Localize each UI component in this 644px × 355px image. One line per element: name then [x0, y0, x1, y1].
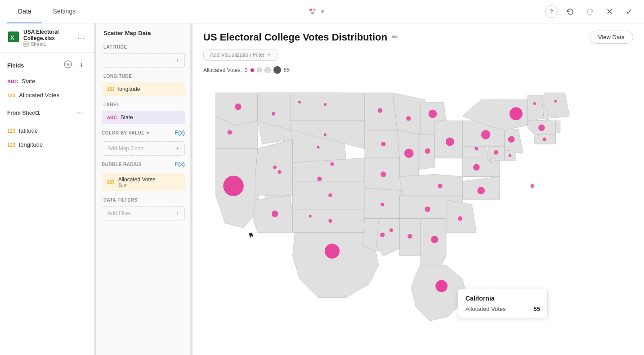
- dot-southcarolina[interactable]: [458, 216, 462, 221]
- dot-iowa[interactable]: [381, 142, 385, 146]
- redo-button[interactable]: [583, 4, 597, 19]
- color-by-dropdown[interactable]: ▾: [147, 130, 149, 135]
- dot-indiana[interactable]: [425, 148, 430, 153]
- dot-wisconsin[interactable]: [406, 116, 411, 121]
- dot-missouri[interactable]: [380, 171, 386, 177]
- dot-alabama[interactable]: [407, 234, 412, 238]
- tab-group: Data Settings: [7, 0, 86, 23]
- dot-newmexico[interactable]: [309, 215, 312, 217]
- dot-delaware[interactable]: [509, 154, 511, 157]
- svg-point-2: [311, 12, 314, 14]
- dot-connecticut[interactable]: [542, 138, 546, 141]
- field-state[interactable]: ABC State: [0, 74, 94, 88]
- dot-colorado[interactable]: [317, 177, 322, 181]
- confirm-button[interactable]: ✓: [622, 4, 637, 19]
- legend-dot-1: [250, 68, 254, 72]
- label-pill[interactable]: ABC State: [102, 111, 185, 124]
- legend-max-value: 55: [284, 67, 290, 73]
- color-by-row: COLOR BY VALUE ▾ F(x): [96, 126, 190, 139]
- config-panel-title: Scatter Map Data: [96, 23, 190, 40]
- dot-newyork[interactable]: [510, 107, 523, 120]
- dot-texas[interactable]: [325, 244, 340, 259]
- add-field-button[interactable]: +: [76, 60, 87, 71]
- dot-louisiana[interactable]: [380, 233, 385, 237]
- dot-kentucky[interactable]: [438, 184, 442, 188]
- dot-arkansas[interactable]: [380, 202, 384, 206]
- dot-oklahoma[interactable]: [328, 219, 332, 223]
- section-label-header: LABEL: [96, 98, 190, 109]
- add-filter-pill[interactable]: Add Filter +: [102, 206, 185, 220]
- dot-washington[interactable]: [235, 103, 241, 110]
- dot-kansas[interactable]: [328, 193, 332, 197]
- dot-wyoming[interactable]: [317, 146, 319, 148]
- dot-southdakota[interactable]: [324, 133, 326, 136]
- dot-maine[interactable]: [554, 100, 557, 103]
- main-layout: X USA Electoral College.xlsx Sheet1 ⋯ Fi…: [0, 23, 644, 355]
- svg-marker-24: [293, 158, 367, 184]
- add-latitude-button[interactable]: +: [102, 53, 185, 67]
- field-longitude[interactable]: 123 longitude: [0, 138, 94, 152]
- dot-oregon[interactable]: [228, 130, 232, 135]
- dot-massachusetts[interactable]: [538, 125, 545, 131]
- file-more-button[interactable]: ⋯: [75, 31, 87, 45]
- logo-dropdown-arrow[interactable]: ▾: [321, 8, 324, 15]
- bubble-pill-text: Allocated Votes: [118, 176, 156, 183]
- legend-dot-4: [273, 66, 281, 74]
- dot-georgia[interactable]: [431, 236, 438, 243]
- dot-westvirginia[interactable]: [474, 147, 478, 150]
- dot-michigan[interactable]: [429, 109, 437, 118]
- legend-min-value: 3: [245, 67, 248, 73]
- legend-dot-2: [257, 67, 262, 72]
- dot-alaska[interactable]: [530, 184, 534, 188]
- dot-illinois[interactable]: [404, 148, 414, 158]
- dot-virginia[interactable]: [473, 164, 479, 171]
- tab-settings[interactable]: Settings: [42, 0, 87, 23]
- dot-minnesota[interactable]: [378, 108, 382, 112]
- filter-label: Add Visualization Filter: [210, 52, 265, 58]
- dot-hawaii[interactable]: [530, 315, 534, 318]
- dot-idaho[interactable]: [272, 112, 275, 116]
- add-visualization-filter-button[interactable]: Add Visualization Filter +: [203, 49, 277, 61]
- dot-maryland[interactable]: [494, 150, 498, 155]
- dot-pennsylvania[interactable]: [481, 130, 491, 139]
- close-button[interactable]: ✕: [603, 4, 617, 19]
- dot-nevada[interactable]: [273, 166, 277, 169]
- dot-montana[interactable]: [298, 101, 301, 103]
- dot-northdakota[interactable]: [324, 103, 326, 106]
- sheet-more-button[interactable]: ⋯: [72, 106, 87, 120]
- view-data-button[interactable]: View Data: [590, 31, 633, 44]
- edit-title-button[interactable]: ✏: [392, 33, 398, 41]
- add-color-button[interactable]: Add Map Color +: [102, 141, 185, 156]
- dot-nebraska[interactable]: [330, 162, 334, 166]
- color-fx-button[interactable]: F(x): [175, 130, 185, 136]
- ai-icon[interactable]: [63, 60, 72, 71]
- cursor: [249, 233, 253, 238]
- dot-utah[interactable]: [277, 170, 281, 174]
- dot-newjersey[interactable]: [508, 136, 514, 142]
- dot-mississippi[interactable]: [389, 228, 393, 232]
- dot-northcarolina[interactable]: [477, 187, 485, 194]
- svg-marker-22: [290, 93, 365, 121]
- dot-ohio[interactable]: [446, 138, 454, 146]
- file-name: USA Electoral College.xlsx: [23, 29, 75, 41]
- field-allocated-votes[interactable]: 123 Allocated Votes: [0, 88, 94, 102]
- dot-arizona[interactable]: [272, 211, 278, 217]
- help-button[interactable]: ?: [545, 5, 558, 18]
- top-bar-actions: ? ✕ ✓: [545, 4, 637, 19]
- svg-marker-33: [393, 93, 425, 135]
- dot-california[interactable]: [223, 175, 244, 196]
- bubble-fx-button[interactable]: F(x): [175, 161, 185, 167]
- undo-button[interactable]: [563, 4, 577, 19]
- section-latitude: LATITUDE: [96, 40, 190, 51]
- bubble-radius-pill[interactable]: 123 Allocated Votes Sum: [102, 173, 185, 191]
- chart-title-text: US Electoral College Votes Distribution: [203, 31, 387, 43]
- dot-florida[interactable]: [435, 280, 447, 292]
- dot-tennessee[interactable]: [425, 207, 430, 212]
- legend-label: Allocated Votes:: [203, 67, 242, 73]
- tab-data[interactable]: Data: [7, 0, 42, 23]
- field-latitude[interactable]: 123 latitude: [0, 124, 94, 138]
- longitude-pill[interactable]: 123 longitude: [102, 82, 185, 96]
- from-sheet-label: From Sheet1: [7, 110, 40, 116]
- dot-vermont[interactable]: [533, 102, 536, 105]
- svg-rect-5: [24, 42, 28, 46]
